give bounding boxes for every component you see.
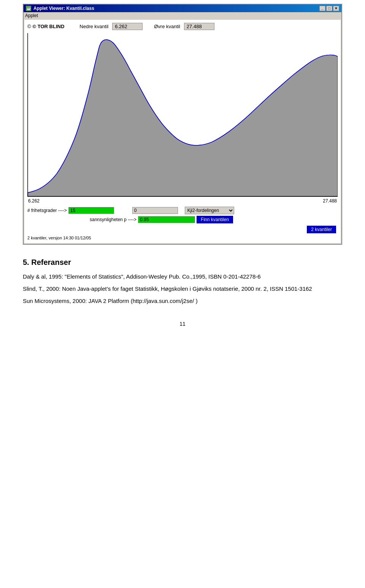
applet-content: © © TOR BLIND Nedre kvantil 6.262 Øvre k…: [24, 20, 341, 243]
title-bar-left: ☕ Applet Viewer: Kvantil.class: [26, 6, 94, 11]
menu-bar: Applet: [24, 12, 341, 19]
frihetsgrader-label: # frihetsgrader ---->: [27, 208, 67, 213]
frihetsgrader-input[interactable]: [68, 207, 114, 214]
close-button[interactable]: ✕: [333, 6, 339, 11]
finn-kvantilen-button[interactable]: Finn kvantilen: [197, 216, 233, 223]
maximize-button[interactable]: □: [326, 6, 332, 11]
chart-svg: [28, 33, 338, 196]
reference-1: Daly & al, 1995: "Elements of Statistics…: [23, 272, 342, 281]
reference-3: Sun Microsystems, 2000: JAVA 2 Platform …: [23, 296, 342, 306]
version-text: 2 kvantiler, versjon 14:30 01/12/05: [27, 236, 338, 240]
applet-window: ☕ Applet Viewer: Kvantil.class _ □ ✕ App…: [23, 4, 342, 245]
sannsynligheten-input[interactable]: [138, 216, 195, 223]
controls-row-3: 2 kvantiler: [27, 226, 338, 233]
info-row: © © TOR BLIND Nedre kvantil 6.262 Øvre k…: [27, 23, 338, 30]
ovre-value: 27.488: [184, 23, 214, 30]
radio-icon: ©: [27, 24, 31, 29]
controls-row-1: # frihetsgrader ----> Kji2-fordelingen t…: [27, 207, 338, 214]
input2[interactable]: [132, 207, 178, 214]
chart-right-label: 27.488: [323, 198, 337, 204]
author-name: © TOR BLIND: [33, 24, 65, 29]
sannsynligheten-label: sannsynligheten p ---->: [90, 217, 136, 222]
page-number: 11: [0, 321, 365, 327]
2-kvantiler-button[interactable]: 2 kvantiler: [307, 226, 336, 233]
references-heading: 5. Referanser: [23, 256, 342, 268]
nedre-value: 6.262: [112, 23, 143, 30]
main-content: 5. Referanser Daly & al, 1995: "Elements…: [23, 256, 342, 306]
minimize-button[interactable]: _: [319, 6, 325, 11]
chart-labels-row: 6.262 27.488: [27, 198, 338, 204]
distribution-select[interactable]: Kji2-fordelingen t-fordelingen F-fordeli…: [185, 207, 234, 214]
title-bar-buttons: _ □ ✕: [319, 6, 339, 11]
java-icon: ☕: [26, 6, 31, 11]
author-label: © © TOR BLIND: [27, 24, 64, 29]
menu-item-applet[interactable]: Applet: [25, 13, 38, 18]
window-title: Applet Viewer: Kvantil.class: [33, 6, 94, 11]
title-bar: ☕ Applet Viewer: Kvantil.class _ □ ✕: [24, 5, 341, 12]
reference-2: Slind, T., 2000: Noen Java-applet’s for …: [23, 284, 342, 293]
ovre-label: Øvre kvantil: [154, 24, 180, 29]
controls-row-2: sannsynligheten p ----> Finn kvantilen: [27, 216, 338, 223]
chart-area: [27, 33, 338, 197]
nedre-label: Nedre kvantil: [79, 24, 108, 29]
chart-left-label: 6.262: [28, 198, 40, 204]
